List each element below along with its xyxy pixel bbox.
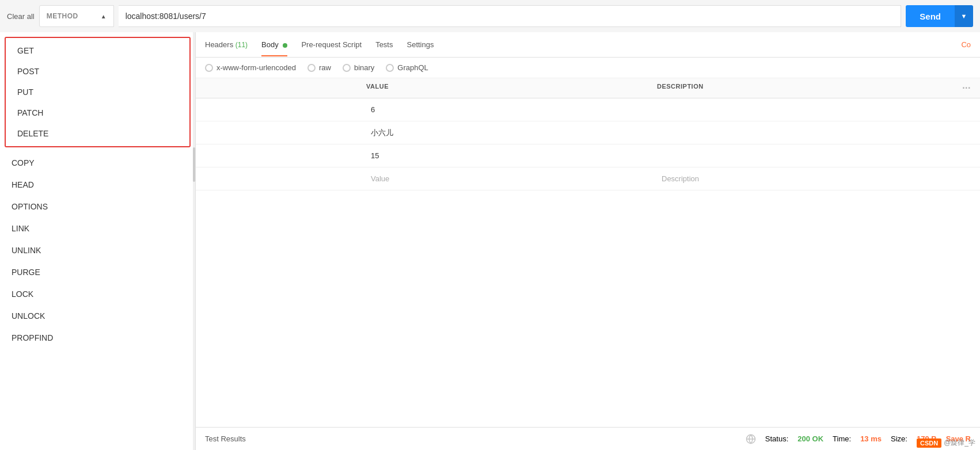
status-label: Status: <box>765 434 788 443</box>
option-binary[interactable]: binary <box>343 63 374 72</box>
row1-key[interactable] <box>205 104 366 116</box>
row1-actions <box>948 104 971 116</box>
scroll-thumb <box>193 147 195 182</box>
placeholder-value[interactable]: Value <box>366 169 657 189</box>
method-unlink[interactable]: UNLINK <box>0 239 195 261</box>
body-options-row: x-www-form-urlencoded raw binary GraphQL <box>196 58 980 78</box>
tab-settings-label: Settings <box>407 40 434 49</box>
left-panel: GET POST PUT PATCH DELETE COPY HEAD OPTI… <box>0 32 196 450</box>
tab-body[interactable]: Body <box>261 33 287 56</box>
method-purge[interactable]: PURGE <box>0 261 195 283</box>
tab-pre-request[interactable]: Pre-request Script <box>301 33 362 56</box>
method-copy[interactable]: COPY <box>0 152 195 174</box>
method-propfind[interactable]: PROPFIND <box>0 327 195 349</box>
cookies-label: Co <box>961 40 971 49</box>
method-unlock[interactable]: UNLOCK <box>0 305 195 327</box>
placeholder-actions <box>948 173 971 185</box>
tab-tests[interactable]: Tests <box>375 33 393 56</box>
method-dropdown-menu: GET POST PUT PATCH DELETE <box>5 37 191 147</box>
table-row: 6 <box>196 98 980 121</box>
row3-description[interactable] <box>657 150 948 162</box>
method-put[interactable]: PUT <box>6 82 189 102</box>
method-get[interactable]: GET <box>6 40 189 61</box>
table-row: 15 <box>196 144 980 167</box>
scroll-indicator <box>193 32 195 450</box>
cookies-tab[interactable]: Co <box>961 40 971 49</box>
label-raw: raw <box>319 63 331 72</box>
method-selector[interactable]: METHOD ▲ <box>39 5 114 27</box>
placeholder-description[interactable]: Description <box>657 169 948 189</box>
tab-headers-count: (11) <box>235 41 248 49</box>
radio-graphql[interactable] <box>386 64 394 72</box>
tab-body-label: Body <box>261 40 279 49</box>
csdn-watermark: CSDN @旋律_学 <box>912 436 980 450</box>
row2-value[interactable]: 小六儿 <box>366 122 657 144</box>
row1-value[interactable]: 6 <box>366 100 657 120</box>
test-results-label: Test Results <box>205 434 246 443</box>
method-head[interactable]: HEAD <box>0 174 195 196</box>
row3-actions <box>948 150 971 162</box>
option-raw[interactable]: raw <box>307 63 331 72</box>
url-input[interactable] <box>119 5 902 27</box>
tab-pre-request-label: Pre-request Script <box>301 40 362 49</box>
send-main-button[interactable]: Send <box>906 5 955 27</box>
csdn-label: @旋律_学 <box>944 438 975 448</box>
option-graphql[interactable]: GraphQL <box>386 63 428 72</box>
col-description-header: DESCRIPTION <box>657 83 948 93</box>
globe-icon <box>746 434 756 444</box>
csdn-logo: CSDN <box>917 438 941 448</box>
method-lock[interactable]: LOCK <box>0 283 195 305</box>
method-arrow-icon: ▲ <box>101 13 107 20</box>
tab-settings[interactable]: Settings <box>407 33 434 56</box>
tab-headers[interactable]: Headers (11) <box>205 33 248 56</box>
table-row-placeholder: Value Description <box>196 167 980 190</box>
table-row: 小六儿 <box>196 121 980 144</box>
status-value: 200 OK <box>797 434 823 443</box>
row1-description[interactable] <box>657 104 948 116</box>
time-label: Time: <box>833 434 851 443</box>
method-patch[interactable]: PATCH <box>6 102 189 123</box>
right-panel: Headers (11) Body Pre-request Script Tes… <box>196 32 980 450</box>
col-key-header <box>205 83 366 93</box>
clear-all-button[interactable]: Clear all <box>7 12 35 21</box>
label-graphql: GraphQL <box>397 63 428 72</box>
method-delete[interactable]: DELETE <box>6 123 189 144</box>
size-label: Size: <box>891 434 907 443</box>
row2-actions <box>948 127 971 139</box>
row2-description[interactable] <box>657 127 948 139</box>
radio-binary[interactable] <box>343 64 351 72</box>
method-label: METHOD <box>47 12 96 20</box>
label-binary: binary <box>354 63 374 72</box>
method-options[interactable]: OPTIONS <box>0 196 195 218</box>
main-content: GET POST PUT PATCH DELETE COPY HEAD OPTI… <box>0 32 980 450</box>
body-active-dot <box>283 43 287 48</box>
label-form-urlencoded: x-www-form-urlencoded <box>216 63 296 72</box>
radio-form-urlencoded[interactable] <box>205 64 213 72</box>
tab-tests-label: Tests <box>375 40 393 49</box>
method-link[interactable]: LINK <box>0 218 195 239</box>
tab-headers-label: Headers <box>205 40 233 49</box>
row3-value[interactable]: 15 <box>366 146 657 166</box>
placeholder-key[interactable] <box>205 173 366 185</box>
body-table: VALUE DESCRIPTION ··· 6 小六儿 15 <box>196 78 980 450</box>
bottom-bar: Test Results Status: 200 OK Time: 13 ms … <box>196 427 980 450</box>
method-post[interactable]: POST <box>6 61 189 82</box>
send-dropdown-button[interactable]: ▼ <box>955 5 973 27</box>
table-more-button[interactable]: ··· <box>948 83 971 93</box>
radio-raw[interactable] <box>307 64 316 72</box>
row3-key[interactable] <box>205 150 366 162</box>
time-value: 13 ms <box>860 434 882 443</box>
top-bar: Clear all METHOD ▲ Send ▼ <box>0 0 980 32</box>
row2-key[interactable] <box>205 127 366 139</box>
tabs-bar: Headers (11) Body Pre-request Script Tes… <box>196 32 980 58</box>
option-form-urlencoded[interactable]: x-www-form-urlencoded <box>205 63 296 72</box>
send-button-group: Send ▼ <box>906 5 973 27</box>
send-dropdown-icon: ▼ <box>961 13 967 20</box>
table-header-row: VALUE DESCRIPTION ··· <box>196 78 980 98</box>
col-value-header: VALUE <box>366 83 657 93</box>
